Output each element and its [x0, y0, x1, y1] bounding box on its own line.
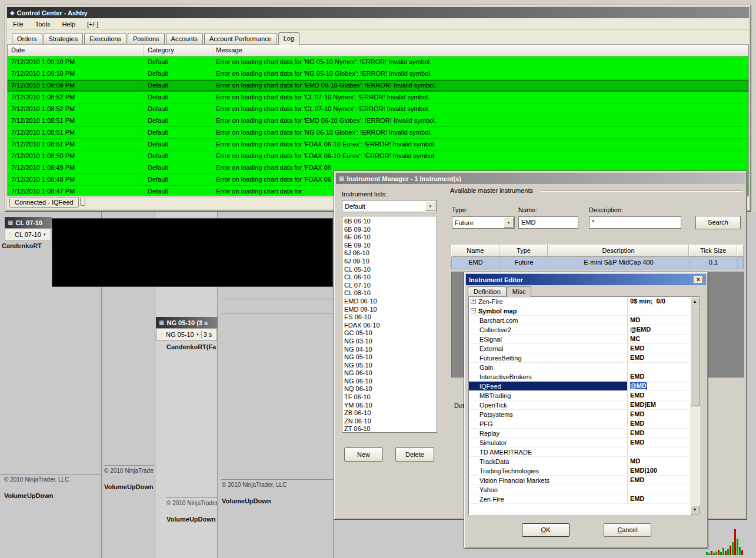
menu-file[interactable]: File — [7, 19, 29, 29]
list-item-ng-04-10[interactable]: NG 04-10 — [344, 346, 437, 354]
property-value[interactable] — [628, 485, 690, 494]
log-row[interactable]: 7/12/2010 1:09:09 PMDefaultError on load… — [8, 80, 748, 92]
property-row-trackdata[interactable]: TrackDataMD — [469, 457, 690, 466]
tab-accounts[interactable]: Accounts — [166, 33, 203, 44]
scroll-thumb[interactable] — [690, 306, 700, 406]
connection-status-tab[interactable]: Connected - IQFeed — [9, 198, 79, 208]
column-header-date[interactable]: Date — [8, 45, 144, 56]
panel-divider[interactable] — [221, 313, 332, 313]
property-value[interactable] — [628, 363, 690, 372]
list-item-cl-06-10[interactable]: CL 06-10 — [344, 273, 437, 282]
instrument-selector[interactable]: CL 07-10 — [15, 231, 41, 238]
list-item-zb-06-10[interactable]: ZB 06-10 — [344, 409, 437, 417]
property-row-simulator[interactable]: SimulatorEMD — [469, 438, 690, 447]
instrument-listbox[interactable]: 6B 06-106B 09-106E 06-106E 09-106J 06-10… — [342, 216, 437, 433]
property-value[interactable]: EMD — [628, 410, 690, 419]
property-row-zen-fire[interactable]: Zen-FireEMD — [469, 494, 690, 504]
list-item-gc-05-10[interactable]: GC 05-10 — [344, 329, 437, 338]
list-item-cl-08-10[interactable]: CL 08-10 — [344, 289, 437, 298]
tab-strategies[interactable]: Strategies — [44, 33, 84, 44]
property-value[interactable]: EMD — [628, 419, 690, 428]
property-row-iqfeed[interactable]: IQFeed@MD — [469, 382, 690, 391]
panel-divider[interactable] — [221, 299, 332, 299]
cl-chart-window-titlebar[interactable]: ▦ CL 07-10 — [5, 217, 52, 228]
list-item-emd-06-10[interactable]: EMD 06-10 — [344, 298, 437, 306]
expand-icon[interactable]: + — [471, 299, 476, 304]
cl-chart-area[interactable] — [52, 218, 333, 287]
instrument-list-dropdown[interactable]: Default ▼ — [342, 200, 437, 212]
chevron-down-icon[interactable]: ▼ — [43, 233, 46, 236]
list-item-ym-06-10[interactable]: YM 06-10 — [344, 402, 437, 410]
delete-button[interactable]: Delete — [395, 447, 434, 462]
property-row-symbol-map[interactable]: −Symbol map — [469, 306, 690, 316]
property-row-yahoo[interactable]: Yahoo — [469, 485, 690, 494]
property-value[interactable]: EMD — [628, 476, 690, 485]
log-row[interactable]: 7/12/2010 1:09:10 PMDefaultError on load… — [8, 56, 748, 68]
log-row[interactable]: 7/12/2010 1:09:10 PMDefaultError on load… — [8, 68, 748, 80]
property-row-vision-financial-markets[interactable]: Vision Financial MarketsEMD — [469, 476, 690, 485]
list-item-tf-06-10[interactable]: TF 06-10 — [344, 393, 437, 402]
column-header-type[interactable]: Type — [499, 245, 548, 257]
property-value[interactable]: MC — [628, 335, 690, 343]
property-value[interactable]: EMD — [628, 391, 690, 400]
list-item-6b-06-10[interactable]: 6B 06-10 — [344, 218, 437, 226]
property-value[interactable]: MD — [628, 457, 690, 466]
list-item-cl-05-10[interactable]: CL 05-10 — [344, 266, 437, 274]
property-value[interactable]: EMD — [628, 372, 690, 381]
scrollbar[interactable]: ▲ ▼ — [690, 297, 700, 514]
property-row-replay[interactable]: ReplayEMD — [469, 429, 690, 438]
instrument-manager-titlebar[interactable]: ▦ Instrument Manager - 1 Instrument(s) — [336, 173, 745, 184]
property-row-barchart-com[interactable]: Barchart.comMD — [469, 316, 690, 325]
collapse-icon[interactable]: − — [471, 308, 476, 313]
menu-tools[interactable]: Tools — [29, 19, 56, 29]
list-item-6j-09-10[interactable]: 6J 09-10 — [344, 258, 437, 266]
instrument-editor-titlebar[interactable]: Instrument Editor × — [466, 274, 706, 285]
ok-button[interactable]: OK — [522, 523, 570, 537]
log-row[interactable]: 7/12/2010 1:08:51 PMDefaultError on load… — [8, 139, 748, 151]
list-item-6e-06-10[interactable]: 6E 06-10 — [344, 233, 437, 242]
list-item-ng-03-10[interactable]: NG 03-10 — [344, 338, 437, 346]
property-value[interactable]: EMD|100 — [628, 466, 690, 475]
property-row-td-ameritrade[interactable]: TD AMERITRADE — [469, 447, 690, 457]
cancel-button[interactable]: Cancel — [604, 523, 651, 537]
description-input[interactable]: * — [589, 216, 681, 229]
property-value[interactable]: @EMD — [628, 325, 690, 334]
log-row[interactable]: 7/12/2010 1:08:51 PMDefaultError on load… — [8, 127, 748, 139]
log-row[interactable]: 7/12/2010 1:08:50 PMDefaultError on load… — [8, 151, 748, 162]
column-header-name[interactable]: Name — [451, 245, 499, 257]
tab-orders[interactable]: Orders — [12, 33, 42, 44]
tab-log[interactable]: Log — [278, 32, 299, 45]
result-row-emd[interactable]: EMD Future E-mini S&P MidCap 400 0.1 — [451, 257, 744, 269]
panel-divider[interactable] — [166, 497, 218, 498]
property-value[interactable]: @MD — [628, 382, 690, 390]
property-row-futuresbetting[interactable]: FuturesBettingEMD — [469, 353, 690, 363]
panel-divider[interactable] — [0, 474, 101, 475]
property-row-tradingtechnologies[interactable]: TradingTechnologiesEMD|100 — [469, 466, 690, 476]
property-value[interactable]: 0$ min; 0/0 — [628, 297, 690, 306]
panel-divider[interactable] — [221, 479, 333, 480]
list-item-6b-09-10[interactable]: 6B 09-10 — [344, 226, 437, 234]
property-row-opentick[interactable]: OpenTickEMD|EM — [469, 400, 690, 410]
menu-help[interactable]: Help — [56, 19, 81, 29]
close-icon[interactable]: × — [694, 276, 703, 284]
list-item-fdax-06-10[interactable]: FDAX 06-10 — [344, 322, 437, 330]
tab-misc[interactable]: Misc — [507, 286, 532, 298]
list-item-emd-09-10[interactable]: EMD 09-10 — [344, 306, 437, 314]
column-header-tick-size[interactable]: Tick Size — [689, 245, 737, 257]
column-header-message[interactable]: Message — [212, 45, 748, 56]
new-button[interactable]: New — [344, 447, 383, 462]
scroll-up-icon[interactable]: ▲ — [690, 297, 700, 306]
panel-divider[interactable] — [104, 465, 154, 466]
column-header-description[interactable]: Description — [548, 245, 689, 257]
property-value[interactable]: EMD — [628, 353, 690, 362]
property-row-collective2[interactable]: Collective2@EMD — [469, 325, 690, 335]
search-button[interactable]: Search — [695, 216, 741, 229]
type-dropdown[interactable]: Future ▼ — [452, 216, 515, 229]
property-value[interactable]: EMD — [628, 438, 690, 447]
column-header-category[interactable]: Category — [144, 45, 212, 56]
property-row-patsystems[interactable]: PatsystemsEMD — [469, 410, 690, 419]
property-row-pfg[interactable]: PFGEMD — [469, 419, 690, 429]
scroll-down-icon[interactable]: ▼ — [690, 505, 700, 514]
list-item-6j-06-10[interactable]: 6J 06-10 — [344, 249, 437, 258]
property-value[interactable]: EMD — [628, 494, 690, 503]
